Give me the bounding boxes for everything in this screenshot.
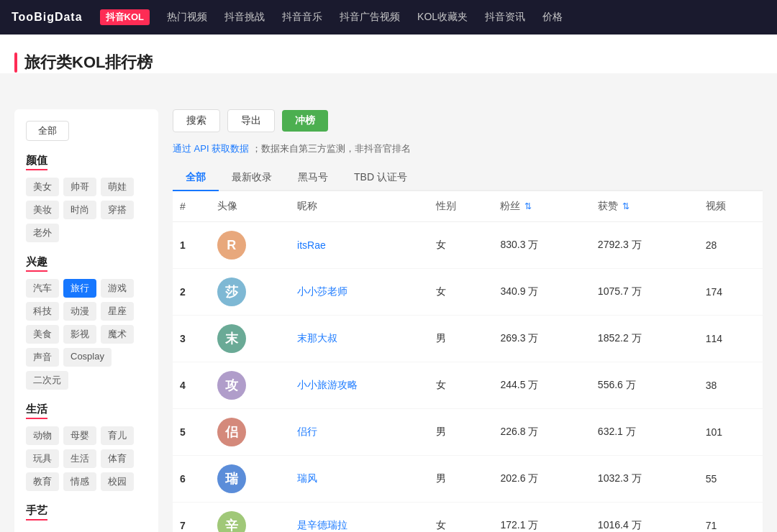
- kol-name-link[interactable]: 末那大叔: [297, 332, 337, 344]
- kol-name-link[interactable]: 瑞风: [297, 472, 317, 484]
- tag-row-7: 声音 Cosplay 二次元: [26, 348, 147, 390]
- cell-likes: 632.1 万: [591, 409, 699, 456]
- tag-animal[interactable]: 动物: [26, 426, 59, 445]
- tag-car[interactable]: 汽车: [26, 279, 59, 298]
- tag-cute-baby[interactable]: 萌娃: [101, 178, 134, 196]
- tag-campus[interactable]: 校园: [101, 472, 134, 491]
- search-button[interactable]: 搜索: [173, 109, 220, 132]
- cell-avatar: 侣: [210, 409, 290, 456]
- nav-item-news[interactable]: 抖音资讯: [485, 11, 525, 24]
- tab-latest[interactable]: 最新收录: [219, 165, 285, 191]
- api-link[interactable]: 通过 API 获取数据: [173, 143, 249, 154]
- cell-gender: 女: [429, 362, 493, 409]
- tag-sports[interactable]: 体育: [101, 449, 134, 468]
- tag-emotion[interactable]: 情感: [63, 472, 96, 491]
- tag-anime[interactable]: 动漫: [63, 302, 96, 321]
- nav-item-kol-favorites[interactable]: KOL收藏夹: [417, 11, 468, 24]
- tag-row-6: 美食 影视 魔术: [26, 325, 147, 344]
- tag-toys[interactable]: 玩具: [26, 449, 59, 468]
- cell-fans: 202.6 万: [493, 456, 590, 503]
- tag-makeup[interactable]: 美妆: [26, 201, 59, 219]
- tag-outfit[interactable]: 穿搭: [101, 201, 134, 219]
- tab-all[interactable]: 全部: [173, 165, 219, 191]
- tag-sound[interactable]: 声音: [26, 348, 59, 367]
- tag-film[interactable]: 影视: [63, 325, 96, 344]
- tag-life[interactable]: 生活: [63, 449, 96, 468]
- nav-item-challenge[interactable]: 抖音挑战: [224, 11, 265, 24]
- tab-dark-horse[interactable]: 黑马号: [285, 165, 341, 191]
- cell-rank: 1: [173, 222, 210, 269]
- tag-game[interactable]: 游戏: [101, 279, 134, 298]
- tag-beauty[interactable]: 美女: [26, 178, 59, 196]
- fans-sort-icon: ⇅: [524, 201, 532, 211]
- cell-videos: 55: [699, 456, 763, 503]
- tag-baby[interactable]: 母婴: [63, 426, 96, 445]
- col-fans[interactable]: 粉丝 ⇅: [493, 191, 590, 222]
- hot-button[interactable]: 冲榜: [282, 110, 328, 132]
- col-likes[interactable]: 获赞 ⇅: [591, 191, 699, 222]
- tag-magic[interactable]: 魔术: [101, 325, 134, 344]
- tag-row-5: 科技 动漫 星座: [26, 302, 147, 321]
- cell-avatar: 攻: [210, 362, 290, 409]
- cell-avatar: 莎: [210, 269, 290, 316]
- cell-gender: 男: [429, 456, 493, 503]
- nav-item-price[interactable]: 价格: [542, 11, 563, 24]
- toolbar: 搜索 导出 冲榜: [173, 109, 763, 132]
- tag-foreigner[interactable]: 老外: [26, 224, 59, 242]
- cell-avatar: 末: [210, 316, 290, 362]
- table-row: 6 瑞 瑞风 男 202.6 万 1032.3 万 55: [173, 456, 763, 503]
- tabs: 全部 最新收录 黑马号 TBD 认证号: [173, 165, 763, 191]
- table-row: 7 辛 是辛德瑞拉 女 172.1 万 1016.4 万 71: [173, 503, 763, 533]
- sidebar-section-title-appearance: 颜值: [26, 154, 47, 170]
- kol-name-link[interactable]: 小小旅游攻略: [297, 379, 358, 390]
- tag-handsome[interactable]: 帅哥: [63, 178, 96, 196]
- cell-gender: 女: [429, 503, 493, 533]
- table-row: 1 R itsRae 女 830.3 万 2792.3 万 28: [173, 222, 763, 269]
- tag-food[interactable]: 美食: [26, 325, 59, 344]
- sidebar-section-craft: 手艺: [26, 504, 147, 528]
- kol-name-link[interactable]: 是辛德瑞拉: [297, 519, 347, 531]
- tab-tbd[interactable]: TBD 认证号: [341, 165, 420, 191]
- tag-tech[interactable]: 科技: [26, 302, 59, 321]
- cell-name: 小小莎老师: [290, 269, 429, 316]
- sidebar-section-title-life: 生活: [26, 403, 47, 419]
- cell-fans: 340.9 万: [493, 269, 590, 316]
- tag-row-1: 美女 帅哥 萌娃: [26, 178, 147, 196]
- table-row: 4 攻 小小旅游攻略 女 244.5 万 556.6 万 38: [173, 362, 763, 409]
- tag-row-9: 玩具 生活 体育: [26, 449, 147, 468]
- cell-gender: 女: [429, 269, 493, 316]
- page-title-bar: [14, 52, 17, 73]
- col-avatar: 头像: [210, 191, 290, 222]
- tag-cosplay[interactable]: Cosplay: [63, 348, 112, 367]
- nav-brand[interactable]: 抖音KOL: [100, 9, 150, 25]
- kol-name-link[interactable]: itsRae: [297, 239, 326, 251]
- cell-videos: 28: [699, 222, 763, 269]
- col-rank: #: [173, 191, 210, 222]
- tag-parenting[interactable]: 育儿: [101, 426, 134, 445]
- tag-row-4: 汽车 旅行 游戏: [26, 279, 147, 298]
- nav-item-music[interactable]: 抖音音乐: [282, 11, 322, 24]
- cell-gender: 男: [429, 316, 493, 362]
- tag-fashion[interactable]: 时尚: [63, 201, 96, 219]
- cell-name: itsRae: [290, 222, 429, 269]
- cell-avatar: 辛: [210, 503, 290, 533]
- api-notice: 通过 API 获取数据 ；数据来自第三方监测，非抖音官排名: [173, 142, 763, 155]
- kol-name-link[interactable]: 小小莎老师: [297, 285, 347, 297]
- cell-avatar: R: [210, 222, 290, 269]
- tag-horoscope[interactable]: 星座: [101, 302, 134, 321]
- kol-name-link[interactable]: 侣行: [297, 426, 317, 437]
- navbar: TooBigData 抖音KOL 热门视频 抖音挑战 抖音音乐 抖音广告视频 K…: [0, 0, 777, 35]
- cell-likes: 1075.7 万: [591, 269, 699, 316]
- tag-travel[interactable]: 旅行: [63, 279, 96, 298]
- export-button[interactable]: 导出: [227, 109, 275, 132]
- nav-item-hot-video[interactable]: 热门视频: [167, 11, 207, 24]
- cell-rank: 6: [173, 456, 210, 503]
- cell-name: 侣行: [290, 409, 429, 456]
- col-gender: 性别: [429, 191, 493, 222]
- sidebar-all-button[interactable]: 全部: [26, 121, 69, 141]
- nav-item-ad-video[interactable]: 抖音广告视频: [340, 11, 400, 24]
- cell-videos: 71: [699, 503, 763, 533]
- tag-row-2: 美妆 时尚 穿搭: [26, 201, 147, 219]
- tag-education[interactable]: 教育: [26, 472, 59, 491]
- tag-2d[interactable]: 二次元: [26, 371, 68, 390]
